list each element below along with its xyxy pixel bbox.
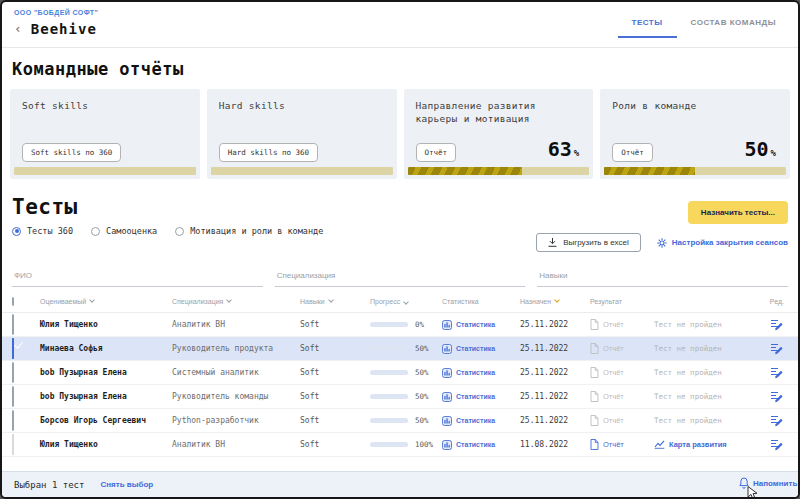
card-progress-bar [604, 167, 786, 175]
radio-tests-360[interactable]: Тесты 360 [12, 226, 73, 236]
filter-skills[interactable]: Навыки [537, 268, 788, 287]
col-skills[interactable]: Навыки [300, 298, 370, 305]
row-checkbox[interactable] [12, 434, 14, 455]
edit-icon[interactable] [771, 367, 784, 379]
test-outcome[interactable]: Тест не пройден [654, 416, 722, 425]
report-link[interactable]: Отчёт [590, 439, 654, 450]
assign-tests-button[interactable]: Назначить тесты... [688, 201, 788, 224]
tests-title: Тесты [12, 195, 788, 219]
statistics-cell[interactable]: Статистика [442, 440, 520, 450]
progress-cell: 50% [370, 344, 442, 353]
tab-team-members[interactable]: СОСТАВ КОМАНДЫ [677, 14, 790, 38]
app-window: ООО "БОБДЕЙ СОФТ" ‹ Beehive ТЕСТЫ СОСТАВ… [0, 0, 800, 499]
table-row: bob Пузырная Елена Руководитель команды … [2, 385, 798, 409]
roles-report-button[interactable]: Отчёт [612, 143, 653, 162]
radio-label: Мотивация и роли в команде [190, 226, 323, 236]
filter-specialization[interactable]: Специализация [275, 268, 526, 287]
edit-icon[interactable] [771, 343, 784, 355]
selected-count: Выбран 1 тест [14, 480, 84, 490]
select-all-checkbox[interactable] [12, 297, 14, 306]
statistics-cell[interactable]: Статистика [442, 344, 520, 354]
statistics-cell[interactable]: Статистика [442, 320, 520, 330]
hard-skills-360-button[interactable]: Hard skills по 360 [219, 143, 318, 162]
career-report-button[interactable]: Отчёт [416, 143, 457, 162]
progress-cell: 50% [370, 392, 442, 401]
growth-chart-icon [654, 440, 665, 449]
progress-cell: 50% [370, 416, 442, 425]
evaluatee-name: Борсов Игорь Сергеевич [40, 416, 172, 425]
remind-link[interactable]: Напомнить [739, 477, 797, 489]
document-icon [590, 391, 599, 402]
statistics-cell[interactable]: Статистика [442, 392, 520, 402]
report-link[interactable]: Отчёт [590, 367, 654, 378]
progress-bar [370, 346, 408, 351]
specialization: Аналитик ВН [172, 440, 300, 449]
sort-icon [403, 299, 409, 305]
edit-icon[interactable] [771, 439, 784, 451]
export-label: Выгрузить в excel [563, 238, 629, 247]
assigned-date: 25.11.2022 [520, 344, 590, 353]
test-outcome[interactable]: Карта развития [654, 440, 727, 449]
report-link[interactable]: Отчёт [590, 415, 654, 426]
card-soft-skills: Soft skills Soft skills по 360 [10, 89, 200, 179]
test-outcome[interactable]: Тест не пройден [654, 392, 722, 401]
report-link[interactable]: Отчёт [590, 391, 654, 402]
sort-icon [227, 297, 233, 303]
progress-label: 50% [415, 392, 429, 401]
row-checkbox[interactable] [12, 362, 14, 383]
statistics-link: Статистика [456, 321, 495, 328]
soft-skills-360-button[interactable]: Soft skills по 360 [22, 143, 121, 162]
skill: Soft [300, 344, 370, 353]
document-icon [590, 439, 599, 450]
edit-icon[interactable] [771, 415, 784, 427]
edit-icon[interactable] [771, 391, 784, 403]
col-progress[interactable]: Прогресс [370, 298, 442, 305]
card-progress-bar [211, 167, 393, 175]
assigned-date: 11.08.2022 [520, 440, 590, 449]
progress-cell: 0% [370, 320, 442, 329]
col-evaluatee[interactable]: Оцениваемый [40, 298, 172, 305]
specialization: Руководитель продукта [172, 344, 300, 353]
edit-icon[interactable] [771, 319, 784, 331]
table-filters: ФИО Специализация Навыки [12, 268, 788, 287]
tab-tests[interactable]: ТЕСТЫ [618, 14, 677, 38]
statistics-cell[interactable]: Статистика [442, 368, 520, 378]
statistics-cell[interactable]: Статистика [442, 416, 520, 426]
progress-bar [370, 418, 408, 423]
test-outcome[interactable]: Тест не пройден [654, 344, 722, 353]
export-excel-button[interactable]: Выгрузить в excel [536, 233, 641, 252]
report-link[interactable]: Отчёт [590, 319, 654, 330]
col-assigned[interactable]: Назначен [520, 298, 590, 305]
radio-label: Тесты 360 [27, 226, 73, 236]
radio-self-assessment[interactable]: Самооценка [91, 226, 157, 236]
report-link[interactable]: Отчёт [590, 343, 654, 354]
card-progress-bar [408, 167, 590, 175]
tests-section: Тесты Тесты 360 Самооценка Мотивация и р… [2, 195, 798, 287]
reports-title: Командные отчёты [12, 59, 790, 79]
assigned-date: 25.11.2022 [520, 368, 590, 377]
assigned-date: 25.11.2022 [520, 392, 590, 401]
filter-fio[interactable]: ФИО [12, 268, 263, 287]
radio-motivation-roles[interactable]: Мотивация и роли в команде [175, 226, 323, 236]
sessions-label: Настройка закрытия сеансов [672, 238, 788, 247]
download-icon [548, 238, 557, 247]
evaluatee-name: bob Пузырная Елена [40, 368, 172, 377]
row-checkbox[interactable] [12, 386, 14, 407]
row-checkbox[interactable] [12, 314, 14, 335]
progress-bar [370, 442, 408, 447]
test-outcome[interactable]: Тест не пройден [654, 368, 722, 377]
table-header: Оцениваемый Специализация Навыки Прогрес… [2, 292, 798, 313]
specialization: Аналитик ВН [172, 320, 300, 329]
card-title: Hard skills [219, 100, 385, 113]
col-specialization[interactable]: Специализация [172, 298, 300, 305]
clear-selection-link[interactable]: Снять выбор [100, 480, 153, 489]
row-checkbox[interactable] [12, 338, 14, 359]
session-settings-link[interactable]: Настройка закрытия сеансов [657, 238, 788, 248]
table-row: Юлия Тищенко Аналитик ВН Soft 0% Статист… [2, 313, 798, 337]
card-title: Направление развития карьеры и мотивация [416, 100, 582, 126]
row-checkbox[interactable] [12, 410, 14, 431]
back-icon[interactable]: ‹ [14, 24, 22, 34]
test-outcome[interactable]: Тест не пройден [654, 320, 722, 329]
statistics-link: Статистика [456, 393, 495, 400]
progress-label: 50% [415, 368, 429, 377]
